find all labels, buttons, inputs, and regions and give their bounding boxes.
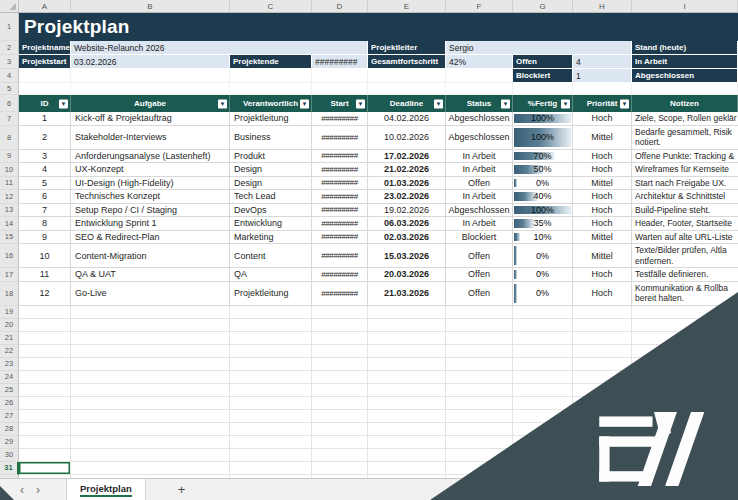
row-number[interactable]: 3 [0,55,19,69]
row-number[interactable]: 6 [0,95,19,112]
cell-notizen[interactable]: Kommunikation & Rollbabereit halten. [632,282,738,306]
row-number[interactable]: 23 [0,358,19,371]
empty-cell[interactable] [513,371,573,384]
cell-aufgabe[interactable]: UI-Design (High-Fidelity) [71,177,230,191]
add-sheet-button[interactable]: + [178,482,186,497]
cell-deadline[interactable]: 17.02.2026 [368,150,446,164]
empty-cell[interactable] [368,423,446,436]
cell-verantwortlich[interactable]: Design [230,177,312,191]
empty-cell[interactable] [230,462,312,475]
cell-status[interactable]: Offen [446,282,513,306]
cell-prioritaet[interactable]: Hoch [573,204,632,218]
column-header-D[interactable]: D [312,0,368,12]
column-header-C[interactable]: C [230,0,312,12]
empty-cell[interactable] [19,69,71,83]
cell-prioritaet[interactable]: Mittel [573,126,632,150]
cell-start[interactable]: ######### [312,150,368,164]
cell-aufgabe[interactable]: Content-Migration [71,244,230,268]
empty-cell[interactable] [573,397,632,410]
row-number[interactable]: 27 [0,410,19,423]
cell-fertig[interactable]: 0% [513,244,573,268]
cell-verantwortlich[interactable]: Projektleitung [230,112,312,126]
empty-cell[interactable] [573,384,632,397]
cell-notizen[interactable]: Warten auf alte URL-Liste [632,231,738,245]
cell-id[interactable]: 11 [19,268,71,282]
empty-cell[interactable] [446,69,513,83]
row-number[interactable]: 14 [0,217,19,231]
cell-status[interactable]: Abgeschlossen [446,126,513,150]
column-header-aufgabe[interactable]: Aufgabe▼ [71,95,230,112]
projektname-label[interactable]: Projektname [19,41,71,55]
empty-cell[interactable] [368,384,446,397]
empty-cell[interactable] [632,332,738,345]
cell-start[interactable]: ######### [312,126,368,150]
cell-notizen[interactable]: Start nach Freigabe UX. [632,177,738,191]
cell-aufgabe[interactable]: Entwicklung Sprint 1 [71,217,230,231]
sheet-nav-prev-icon[interactable]: ‹ [20,480,24,500]
empty-cell[interactable] [230,319,312,332]
column-header-start[interactable]: Start▼ [312,95,368,112]
empty-cell[interactable] [19,371,71,384]
cell-notizen[interactable]: Offene Punkte: Tracking & [632,150,738,164]
projektleiter-label[interactable]: Projektleiter [368,41,446,55]
empty-cell[interactable] [446,332,513,345]
empty-cell[interactable] [230,384,312,397]
cell-notizen[interactable]: Build-Pipeline steht. [632,204,738,218]
empty-cell[interactable] [71,332,230,345]
filter-dropdown-icon[interactable]: ▼ [300,99,309,108]
projektname-value[interactable]: Website-Relaunch 2026 [71,41,368,55]
empty-cell[interactable] [446,436,513,449]
empty-cell[interactable] [312,306,368,319]
empty-cell[interactable] [446,306,513,319]
column-header-status[interactable]: Status▼ [446,95,513,112]
sheet-tab-projektplan[interactable]: Projektplan [66,479,146,500]
cell-status[interactable]: In Arbeit [446,217,513,231]
empty-cell[interactable] [312,397,368,410]
empty-cell[interactable] [19,436,71,449]
empty-cell[interactable] [312,332,368,345]
cell-aufgabe[interactable]: UX-Konzept [71,163,230,177]
filter-dropdown-icon[interactable]: ▼ [434,99,443,108]
empty-cell[interactable] [368,306,446,319]
filter-dropdown-icon[interactable]: ▼ [620,99,629,108]
empty-cell[interactable] [513,423,573,436]
empty-cell[interactable] [312,449,368,462]
empty-cell[interactable] [230,410,312,423]
empty-cell[interactable] [230,371,312,384]
row-number[interactable]: 4 [0,69,19,83]
empty-cell[interactable] [230,449,312,462]
column-header-B[interactable]: B [71,0,230,12]
cell-status[interactable]: In Arbeit [446,190,513,204]
cell-deadline[interactable]: 20.03.2026 [368,268,446,282]
cell-verantwortlich[interactable]: Entwicklung [230,217,312,231]
empty-cell[interactable] [368,410,446,423]
in-arbeit-label[interactable]: In Arbeit [632,55,738,69]
cell-verantwortlich[interactable]: Projektleitung [230,282,312,306]
empty-cell[interactable] [19,345,71,358]
empty-cell[interactable] [573,436,632,449]
cell-status[interactable]: Blockiert [446,231,513,245]
select-all-corner[interactable] [0,0,19,12]
empty-cell[interactable] [19,319,71,332]
projektende-label[interactable]: Projektende [230,55,312,69]
cell-verantwortlich[interactable]: Produkt [230,150,312,164]
cell-deadline[interactable]: 21.03.2026 [368,282,446,306]
cell-prioritaet[interactable]: Mittel [573,244,632,268]
cell-fertig[interactable]: 0% [513,177,573,191]
row-number[interactable]: 25 [0,384,19,397]
projektstart-label[interactable]: Projektstart [19,55,71,69]
cell-id[interactable]: 9 [19,231,71,245]
empty-cell[interactable] [19,306,71,319]
cell-start[interactable]: ######### [312,204,368,218]
row-number[interactable]: 1 [0,13,19,41]
cell-start[interactable]: ######### [312,217,368,231]
empty-cell[interactable] [71,358,230,371]
empty-cell[interactable] [632,449,738,462]
cell-start[interactable]: ######### [312,244,368,268]
cell-fertig[interactable]: 35% [513,217,573,231]
empty-cell[interactable] [312,423,368,436]
empty-cell[interactable] [573,423,632,436]
empty-cell[interactable] [446,83,513,95]
empty-cell[interactable] [312,345,368,358]
row-number[interactable]: 20 [0,319,19,332]
